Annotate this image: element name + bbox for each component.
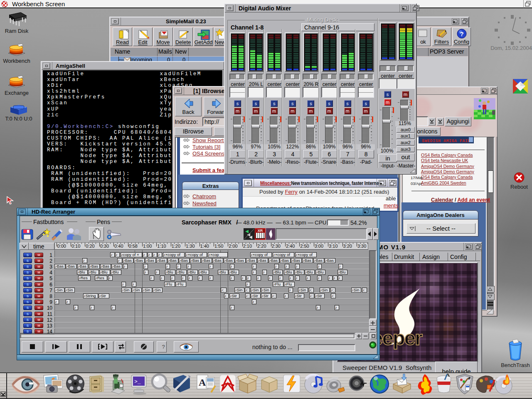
svg-text:?: ?	[460, 30, 463, 37]
svg-text:A: A	[199, 377, 206, 388]
svg-text:?: ?	[162, 344, 165, 350]
svg-text:>_: >_	[134, 379, 141, 385]
